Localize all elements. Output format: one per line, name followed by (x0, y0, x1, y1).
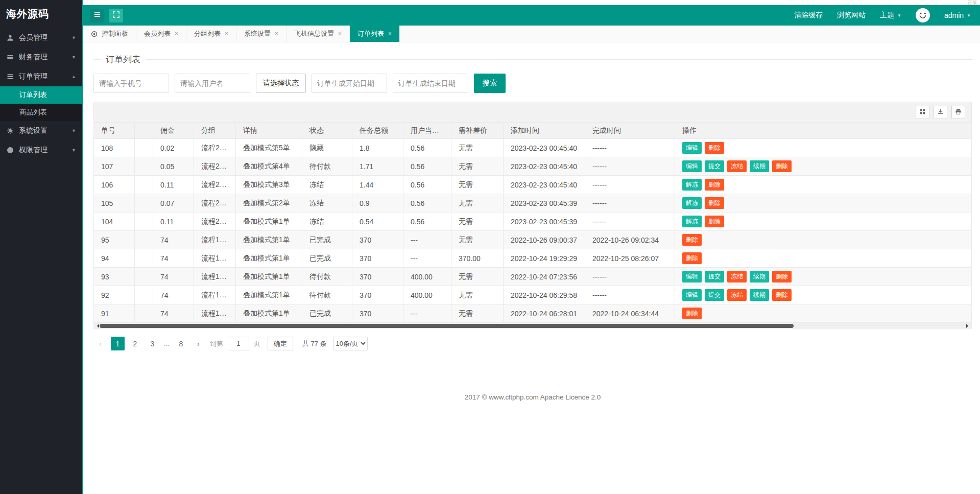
cell: 0.02 (153, 139, 194, 157)
unfreeze-button[interactable]: 解冻 (682, 197, 702, 209)
pager-page-1[interactable]: 1 (111, 337, 125, 350)
actions-cell: 解冻删除 (675, 194, 972, 213)
close-icon[interactable]: × (175, 30, 178, 37)
table-row: 1060.11流程2.首...叠加模式第3单冻结1.440.56无需2023-0… (94, 176, 972, 194)
delete-button[interactable]: 删除 (682, 234, 702, 246)
delete-button[interactable]: 删除 (705, 197, 724, 209)
scrollbar-thumb[interactable] (100, 324, 794, 328)
search-button[interactable]: 搜索 (474, 74, 506, 93)
page-jump-confirm-button[interactable]: 确定 (268, 337, 293, 350)
fullscreen-button[interactable] (109, 9, 123, 22)
cell: 待付款 (302, 268, 352, 286)
delete-button[interactable]: 删除 (772, 160, 792, 172)
delete-button[interactable]: 删除 (682, 308, 702, 319)
pager-page-2[interactable]: 2 (128, 337, 142, 350)
scroll-left-arrow-icon[interactable] (95, 324, 99, 328)
delete-button[interactable]: 删除 (705, 179, 724, 191)
cell: 无需 (451, 194, 504, 213)
renew-button[interactable]: 续期 (750, 160, 769, 172)
page-jump-input[interactable] (228, 337, 249, 350)
actions-cell: 编辑提交冻结续期删除 (675, 286, 972, 304)
cell: 流程2.首... (194, 194, 236, 213)
edit-button[interactable]: 编辑 (682, 289, 702, 301)
sidebar-item-member[interactable]: 会员管理▼ (0, 28, 82, 48)
clear-cache-link[interactable]: 清除缓存 (794, 11, 823, 20)
unfreeze-button[interactable]: 解冻 (682, 179, 702, 191)
edit-button[interactable]: 编辑 (682, 160, 702, 172)
edit-button[interactable]: 编辑 (682, 271, 702, 283)
print-button[interactable] (951, 106, 965, 119)
freeze-button[interactable]: 冻结 (727, 289, 747, 301)
cell: 无需 (451, 268, 504, 286)
topbar: 清除缓存 浏览网站 主题▼ admin▼ (83, 5, 980, 26)
tab-system-settings[interactable]: 系统设置× (236, 26, 286, 42)
scroll-right-arrow-icon[interactable] (966, 324, 970, 328)
page-size-select[interactable]: 10条/页 (333, 337, 368, 350)
sidebar-subitem-order-list[interactable]: 订单列表 (0, 86, 82, 104)
submit-button[interactable]: 提交 (705, 271, 724, 283)
status-select[interactable]: 请选择状态 (256, 74, 306, 93)
submit-button[interactable]: 提交 (705, 289, 724, 301)
cell: 叠加模式第5单 (236, 139, 302, 157)
tab-dashboard[interactable]: 控制面板 (83, 26, 136, 42)
delete-button[interactable]: 删除 (772, 289, 792, 301)
avatar[interactable] (916, 8, 930, 22)
tab-group-list[interactable]: 分组列表× (186, 26, 236, 42)
close-icon[interactable]: × (388, 30, 392, 37)
cell: ------ (585, 139, 675, 157)
phone-input[interactable] (93, 74, 169, 93)
chevron-up-icon: ▲ (71, 74, 76, 79)
cell: 冻结 (302, 194, 352, 213)
table-row: 9474流程1.新...叠加模式第1单已完成370---370.002022-1… (94, 249, 972, 268)
browse-site-link[interactable]: 浏览网站 (837, 11, 866, 20)
submit-button[interactable]: 提交 (705, 160, 724, 172)
delete-button[interactable]: 删除 (682, 252, 702, 264)
close-icon[interactable]: × (275, 30, 278, 37)
pager-next[interactable]: › (192, 337, 205, 350)
horizontal-scrollbar[interactable] (93, 323, 972, 329)
delete-button[interactable]: 删除 (705, 142, 724, 154)
pager-page-3[interactable]: 3 (146, 337, 159, 350)
cell: 74 (153, 304, 194, 323)
username-input[interactable] (175, 74, 250, 93)
close-icon[interactable]: × (225, 30, 228, 37)
cell: 370 (352, 286, 403, 304)
tab-member-list[interactable]: 会员列表× (136, 26, 186, 42)
filter-columns-button[interactable] (916, 106, 929, 119)
end-date-input[interactable] (393, 74, 468, 93)
cell: 流程2.首... (194, 213, 236, 231)
user-menu[interactable]: admin▼ (944, 11, 971, 19)
pager-page-8[interactable]: 8 (174, 337, 188, 350)
chevron-down-icon: ▼ (71, 148, 76, 153)
sidebar-subitem-goods-list[interactable]: 商品列表 (0, 104, 82, 121)
pager-ellipsis: ... (163, 340, 171, 347)
collapse-menu-button[interactable] (90, 9, 104, 22)
cell (135, 176, 153, 194)
sidebar-item-finance[interactable]: 财务管理▼ (0, 48, 82, 67)
cell: 2022-10-26 09:00:37 (504, 231, 585, 249)
cell: ------ (585, 194, 675, 213)
unfreeze-button[interactable]: 解冻 (682, 216, 702, 227)
freeze-button[interactable]: 冻结 (727, 271, 747, 283)
table-row: 9174流程1.新...叠加模式第1单已完成370---无需2022-10-24… (94, 304, 972, 323)
theme-menu[interactable]: 主题▼ (880, 11, 901, 20)
tab-plane-info[interactable]: 飞机信息设置× (286, 26, 350, 42)
edit-button[interactable]: 编辑 (682, 142, 702, 154)
sidebar-item-permission[interactable]: 权限管理▼ (0, 140, 82, 160)
close-icon[interactable]: × (338, 30, 342, 37)
sidebar-item-system[interactable]: 系统设置▼ (0, 121, 82, 140)
cell: 2023-02-23 00:45:39 (504, 213, 585, 231)
delete-button[interactable]: 删除 (705, 216, 724, 227)
sidebar-item-order[interactable]: 订单管理▲ (0, 67, 82, 86)
tab-order-list[interactable]: 订单列表× (350, 26, 400, 42)
pager-prev[interactable]: ‹ (93, 337, 107, 350)
export-button[interactable] (934, 106, 947, 119)
sidebar-item-label: 系统设置 (19, 126, 71, 135)
search-form: 请选择状态 搜索 (93, 74, 972, 93)
freeze-button[interactable]: 冻结 (727, 160, 747, 172)
renew-button[interactable]: 续期 (750, 289, 769, 301)
start-date-input[interactable] (312, 74, 387, 93)
delete-button[interactable]: 删除 (772, 271, 792, 283)
smiley-icon (916, 8, 929, 22)
renew-button[interactable]: 续期 (750, 271, 769, 283)
